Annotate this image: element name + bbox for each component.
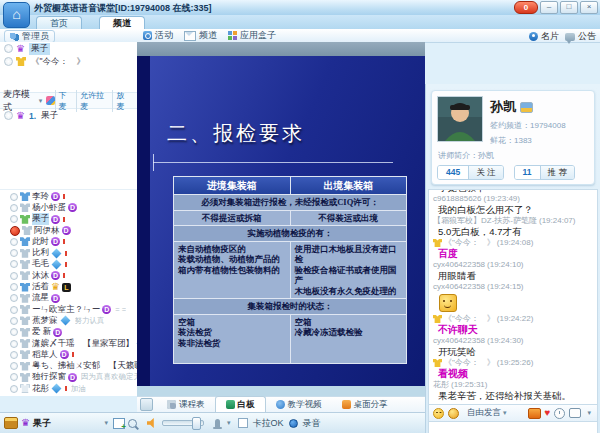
history-icon[interactable] xyxy=(554,408,565,419)
chevron-down-icon[interactable]: ▾ xyxy=(227,419,231,427)
member-row[interactable]: 沐沐 xyxy=(0,270,137,281)
radio-icon[interactable] xyxy=(10,272,18,280)
volume-slider-thumb[interactable] xyxy=(192,417,201,430)
radio-icon[interactable] xyxy=(10,373,18,381)
chevron-down-icon[interactable]: ▾ xyxy=(587,409,591,417)
treasure-icon[interactable] xyxy=(4,417,18,429)
chat-log[interactable]: 想要签约：19794008 这个都不会 xyxy=(428,189,598,405)
user-name[interactable]: 果子 xyxy=(39,110,60,122)
home-icon[interactable]: ⌂ xyxy=(3,2,30,28)
user-name[interactable]: 《"今今： 》 xyxy=(29,56,87,68)
chevron-down-icon[interactable]: ▾ xyxy=(39,97,43,105)
radio-icon[interactable] xyxy=(10,283,18,291)
member-row[interactable]: 独行探窗 因为真喜欢确定无所有 xyxy=(0,372,137,383)
microphone-icon[interactable] xyxy=(215,419,220,427)
member-row[interactable]: 蕉梦寐 努力认真 xyxy=(0,315,137,326)
member-name[interactable]: 稻草人 xyxy=(32,349,58,361)
minimize-button[interactable]: – xyxy=(540,1,558,14)
member-row[interactable]: 爱 新 xyxy=(0,327,137,338)
close-button[interactable]: × xyxy=(580,1,598,14)
self-name[interactable]: 果子 xyxy=(33,417,51,430)
search-icon[interactable] xyxy=(128,419,137,428)
member-name[interactable]: 花彤 xyxy=(32,383,49,395)
channel-mail-button[interactable]: 频道 xyxy=(184,29,217,42)
radio-icon[interactable] xyxy=(10,249,18,257)
member-name[interactable]: 独行探窗 xyxy=(32,371,66,383)
maximize-button[interactable]: □ xyxy=(560,1,578,14)
radio-icon[interactable] xyxy=(10,362,18,370)
add-window-icon[interactable] xyxy=(113,418,125,429)
board-tab[interactable]: 教学视频 xyxy=(266,397,332,412)
sender-name[interactable]: 《"今今： 》 xyxy=(444,238,495,248)
radio-icon[interactable] xyxy=(10,351,18,359)
member-row[interactable]: 比利 xyxy=(0,247,137,258)
member-name[interactable]: 沐沐 xyxy=(32,270,49,282)
big-emoji-icon[interactable] xyxy=(448,408,459,419)
follow-button[interactable]: 445 关 注 xyxy=(437,165,504,180)
board-tab[interactable]: 白板 xyxy=(215,396,266,413)
radio-icon[interactable] xyxy=(10,306,18,314)
sender-name[interactable]: cyx406422358 xyxy=(433,282,485,292)
board-tab[interactable]: 课程表 xyxy=(157,397,215,412)
member-row[interactable]: 果子 xyxy=(0,214,137,225)
volume-slider[interactable] xyxy=(162,420,204,426)
radio-icon[interactable] xyxy=(4,111,13,120)
member-row[interactable]: 李玲 xyxy=(0,191,137,202)
member-name[interactable]: 活着 xyxy=(32,281,49,293)
tab-channel[interactable]: 频道 xyxy=(99,16,145,29)
appbox-button[interactable]: 应用盒子 xyxy=(228,29,276,42)
member-row[interactable]: 稻草人 xyxy=(0,349,137,360)
member-row[interactable]: 活着 L xyxy=(0,281,137,292)
radio-icon[interactable] xyxy=(10,204,18,212)
radio-icon[interactable] xyxy=(10,294,18,302)
radio-icon[interactable] xyxy=(4,44,13,53)
mic-queue-current[interactable]: 1. 果子 xyxy=(0,109,137,122)
sender-name[interactable]: c9618885626 xyxy=(433,194,482,204)
member-name[interactable]: 潇嫔〆千瑶 【皇家军团】 xyxy=(32,338,134,350)
member-row[interactable]: 阿伊林 xyxy=(0,225,137,236)
radio-icon[interactable] xyxy=(10,260,18,268)
radio-icon[interactable] xyxy=(10,385,18,393)
mic-queue-row[interactable]: 果子 xyxy=(0,42,137,55)
member-name[interactable]: 毛毛 xyxy=(32,258,49,270)
teacher-avatar[interactable] xyxy=(437,96,483,142)
sender-name[interactable]: 《"今今： 》 xyxy=(444,358,495,368)
member-name[interactable]: 果子 xyxy=(32,213,49,225)
board-tab[interactable]: 桌面分享 xyxy=(332,397,398,412)
screenshot-icon[interactable] xyxy=(528,408,541,419)
member-name[interactable]: 此时 xyxy=(32,236,49,248)
board-collapse-icon[interactable] xyxy=(140,398,153,411)
radio-icon[interactable] xyxy=(10,215,18,223)
radio-icon[interactable] xyxy=(10,238,18,246)
member-name[interactable]: 比利 xyxy=(32,247,49,259)
member-name[interactable]: 流星 xyxy=(32,292,49,304)
member-name[interactable]: 阿伊林 xyxy=(34,225,60,237)
sender-name[interactable]: 【霜狼军校】DZ-扶苏-萨笔隆 xyxy=(433,216,537,226)
radio-icon[interactable] xyxy=(10,328,18,336)
radio-icon[interactable] xyxy=(4,57,13,66)
mic-queue-row[interactable]: 《"今今： 》 xyxy=(0,55,137,68)
speak-mode-dropdown[interactable]: 自由发言 ▾ xyxy=(467,407,509,419)
member-name[interactable]: 爱 新 xyxy=(32,326,51,338)
sender-name[interactable]: cyx406422358 xyxy=(433,336,485,346)
karaoke-checkbox[interactable] xyxy=(238,418,248,428)
member-row[interactable]: 潇嫔〆千瑶 【皇家军团】 xyxy=(0,338,137,349)
member-row[interactable]: 流星 xyxy=(0,293,137,304)
tab-home[interactable]: 首页 xyxy=(36,16,82,29)
recommend-button[interactable]: 11 推 荐 xyxy=(514,165,575,180)
member-row[interactable]: 此时 xyxy=(0,236,137,247)
member-row[interactable]: 粤ち、拂袖ㄨ安郁 【天籁歌手】 xyxy=(0,360,137,371)
member-name[interactable]: 杨小虾蛋 xyxy=(32,202,66,214)
heart-icon[interactable]: ♥ xyxy=(545,408,551,418)
sender-name[interactable]: 花彤 xyxy=(433,380,449,390)
member-row[interactable]: 花彤 加油 xyxy=(0,383,137,394)
sender-name[interactable]: cyx406422358 xyxy=(433,260,485,270)
record-icon[interactable] xyxy=(289,419,298,428)
member-row[interactable]: 杨小虾蛋 xyxy=(0,202,137,213)
member-name[interactable]: 粤ち、拂袖ㄨ安郁 【天籁歌手】 xyxy=(32,360,138,372)
chat-bubble-icon[interactable] xyxy=(569,408,581,418)
speaker-icon[interactable] xyxy=(147,418,157,428)
chat-input[interactable] xyxy=(428,422,598,433)
member-name[interactable]: 蕉梦寐 xyxy=(32,315,58,327)
radio-icon[interactable] xyxy=(10,193,18,201)
